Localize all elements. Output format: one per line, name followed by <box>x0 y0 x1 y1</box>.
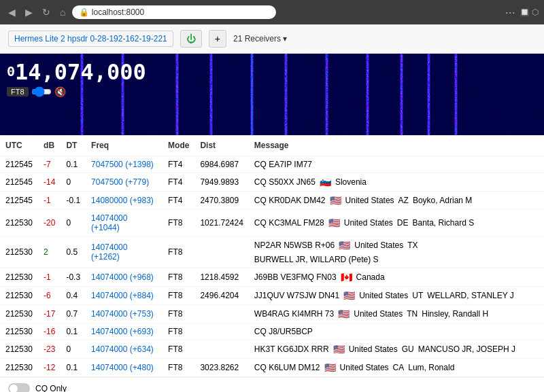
browser-menu[interactable]: ··· <box>505 5 515 20</box>
cell-db: -23 <box>38 340 61 359</box>
country-flag: 🇺🇸 <box>330 195 341 206</box>
cell-message: CQ J8/UR5BCP <box>249 323 544 340</box>
freq-link[interactable]: 14074000 (+968) <box>91 272 154 282</box>
freq-link[interactable]: 14074000 (+1044) <box>91 213 127 232</box>
cell-db: -17 <box>38 305 61 323</box>
cell-dt: -0.1 <box>61 192 86 210</box>
country-name: United States <box>359 291 408 300</box>
message-text: CQ S50XX JN65 <box>254 177 316 187</box>
cell-dist <box>194 323 248 340</box>
cell-dist: 1021.72424 <box>194 210 248 236</box>
country-name: United States <box>345 196 394 205</box>
address-bar[interactable]: 🔒 localhost:8000 <box>72 5 276 19</box>
cell-db: -12 <box>38 359 61 377</box>
freq-link[interactable]: 14074000 (+753) <box>91 309 154 319</box>
cell-freq[interactable]: 14074000 (+1044) <box>86 210 163 236</box>
cell-utc: 212530 <box>0 287 38 305</box>
cell-message: CQ KC3MAL FM28🇺🇸United StatesDEBanta, Ri… <box>249 210 544 236</box>
cell-db: -20 <box>38 210 61 236</box>
receivers-button[interactable]: 21 Receivers ▾ <box>233 34 287 43</box>
cell-db: -6 <box>38 287 61 305</box>
col-db: dB <box>38 135 61 156</box>
table-row[interactable]: 212530-20014074000 (+1044)FT81021.72424C… <box>0 210 544 236</box>
country-flag: 🇺🇸 <box>343 290 355 301</box>
freq-link[interactable]: 14074000 (+693) <box>91 327 154 336</box>
table-row[interactable]: 212545-70.17047500 (+1398)FT46984.6987CQ… <box>0 156 544 173</box>
url-text: localhost:8000 <box>92 7 144 17</box>
decode-table: UTC dB DT Freq Mode Dist Message 212545-… <box>0 135 544 377</box>
mode-label[interactable]: FT8 <box>7 87 29 96</box>
cell-freq[interactable]: 7047500 (+1398) <box>86 156 163 173</box>
spectrum-waterfall[interactable]: 014,074,000 FT8 🔇 <box>0 54 544 135</box>
home-button[interactable]: ⌂ <box>57 5 68 19</box>
back-button[interactable]: ◀ <box>5 5 18 19</box>
col-message: Message <box>249 135 544 156</box>
country-name: United States <box>354 309 403 319</box>
cell-freq[interactable]: 14074000 (+968) <box>86 268 163 287</box>
freq-link[interactable]: 14074000 (+480) <box>91 363 154 372</box>
cell-freq[interactable]: 14074000 (+693) <box>86 323 163 340</box>
table-row[interactable]: 212530-120.114074000 (+480)FT83023.8262C… <box>0 359 544 377</box>
cell-mode: FT8 <box>163 323 194 340</box>
cell-db: 2 <box>38 236 61 268</box>
table-row[interactable]: 212530-160.114074000 (+693)FT8CQ J8/UR5B… <box>0 323 544 340</box>
power-button[interactable]: ⏻ <box>180 30 202 48</box>
callsign-name: Hinsley, Randall H <box>422 309 488 319</box>
cell-db: -1 <box>38 192 61 210</box>
callsign-name: BURWELL JR, WILLARD (Pete) S <box>254 255 379 264</box>
message-text: CQ K6LUM DM12 <box>254 363 320 372</box>
cell-dt: 0.4 <box>61 287 86 305</box>
table-row[interactable]: 212545-1407047500 (+779)FT47949.9893CQ S… <box>0 173 544 192</box>
table-row[interactable]: 212530-1-0.314074000 (+968)FT81218.4592J… <box>0 268 544 287</box>
add-receiver-button[interactable]: + <box>209 30 226 48</box>
mode-slider[interactable] <box>31 86 52 97</box>
cell-freq[interactable]: 14074000 (+634) <box>86 340 163 359</box>
forward-button[interactable]: ▶ <box>22 5 35 19</box>
message-text: CQ J8/UR5BCP <box>254 327 313 336</box>
col-utc: UTC <box>0 135 38 156</box>
browser-chrome: ◀ ▶ ↻ ⌂ 🔒 localhost:8000 ··· 🔲 ⬡ <box>0 0 544 24</box>
cell-mode: FT8 <box>163 359 194 377</box>
freq-link[interactable]: 7047500 (+1398) <box>91 160 154 169</box>
freq-link[interactable]: 14080000 (+983) <box>91 196 154 205</box>
country-flag: 🇺🇸 <box>333 344 345 355</box>
message-text: CQ KC3MAL FM28 <box>254 218 324 228</box>
freq-link[interactable]: 7047500 (+779) <box>91 177 149 187</box>
country-name: United States <box>344 218 393 228</box>
cell-message: J69BB VE3FMQ FN03🇨🇦Canada <box>249 268 544 287</box>
cell-freq[interactable]: 14074000 (+480) <box>86 359 163 377</box>
cell-dt: 0.1 <box>61 156 86 173</box>
table-row[interactable]: 212530-170.714074000 (+753)FT8WB4RAG KI4… <box>0 305 544 323</box>
data-section: UTC dB DT Freq Mode Dist Message 212545-… <box>0 135 544 377</box>
cell-freq[interactable]: 14074000 (+753) <box>86 305 163 323</box>
cell-dt: 0.7 <box>61 305 86 323</box>
table-row[interactable]: 212530-23014074000 (+634)FT8HK3T KG6JDX … <box>0 340 544 359</box>
frequency-display: 014,074,000 <box>7 59 146 85</box>
country-flag: 🇺🇸 <box>338 308 350 319</box>
cell-utc: 212530 <box>0 268 38 287</box>
cell-freq[interactable]: 14074000 (+884) <box>86 287 163 305</box>
cell-utc: 212545 <box>0 173 38 192</box>
cell-freq[interactable]: 14074000 (+1262) <box>86 236 163 268</box>
callsign-name: Banta, Richard S <box>412 218 474 228</box>
freq-link[interactable]: 14074000 (+634) <box>91 344 154 354</box>
power-icon: ⏻ <box>186 33 196 44</box>
cell-freq[interactable]: 7047500 (+779) <box>86 173 163 192</box>
state-text: GU <box>402 344 414 354</box>
cq-only-toggle[interactable] <box>8 383 30 392</box>
state-text: AZ <box>398 196 409 205</box>
freq-link[interactable]: 14074000 (+1262) <box>91 243 127 262</box>
country-flag: 🇺🇸 <box>339 240 350 251</box>
table-row[interactable]: 212545-1-0.114080000 (+983)FT42470.3809C… <box>0 192 544 210</box>
refresh-button[interactable]: ↻ <box>39 5 53 19</box>
country-flag: 🇺🇸 <box>328 217 340 228</box>
table-row[interactable]: 21253020.514074000 (+1262)FT8NP2AR N5WSB… <box>0 236 544 268</box>
table-row[interactable]: 212530-60.414074000 (+884)FT82496.4204JJ… <box>0 287 544 305</box>
device-link[interactable]: Hermes Lite 2 hpsdr 0-28-192-162-19-221 <box>8 31 173 47</box>
cell-dist: 7949.9893 <box>194 173 248 192</box>
callsign-name: MANCUSO JR, JOSEPH J <box>418 344 515 354</box>
mute-icon[interactable]: 🔇 <box>54 86 66 97</box>
mode-display: FT8 🔇 <box>7 86 66 97</box>
cell-freq[interactable]: 14080000 (+983) <box>86 192 163 210</box>
freq-link[interactable]: 14074000 (+884) <box>91 291 154 300</box>
